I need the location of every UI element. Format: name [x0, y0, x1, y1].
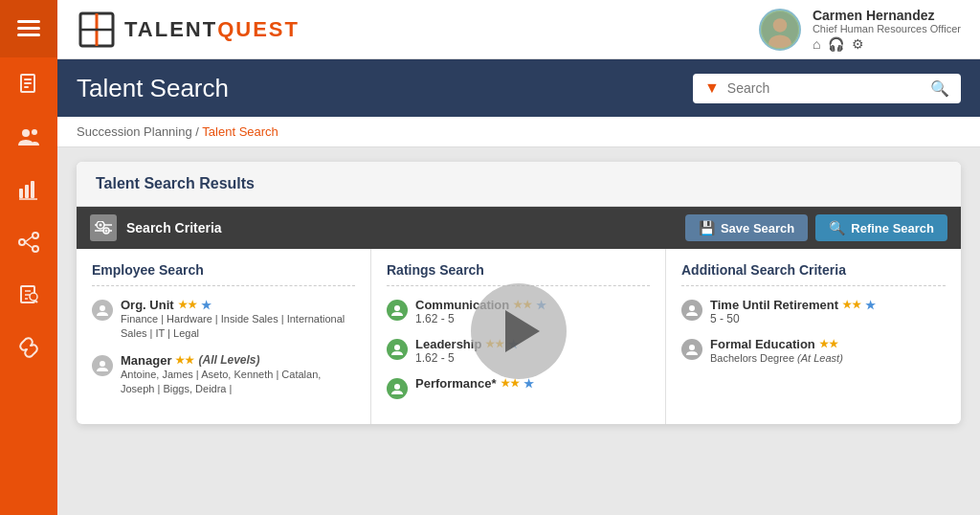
education-content: Formal Education ★★ Bachelors Degree (At… [710, 337, 946, 366]
search-input[interactable] [727, 80, 923, 96]
performance-stars: ★★ [501, 377, 520, 390]
svg-point-13 [19, 239, 25, 245]
leadership-text: Leadership [415, 337, 481, 351]
org-unit-icon [92, 300, 113, 321]
education-text: Formal Education [710, 337, 815, 351]
svg-rect-10 [25, 185, 29, 198]
retirement-stars: ★★ [842, 299, 861, 311]
user-info: Carmen Hernandez Chief Human Resources O… [813, 8, 961, 52]
criteria-icon [90, 214, 117, 241]
retirement-text: Time Until Retirement [710, 298, 838, 312]
avatar-image [761, 11, 799, 49]
communication-stars: ★★ [513, 299, 532, 311]
logo-text: TALENTQUEST [124, 17, 300, 42]
additional-search-column: Additional Search Criteria Time Until Re… [666, 249, 961, 424]
svg-rect-6 [24, 86, 29, 88]
svg-point-45 [689, 345, 695, 350]
sidebar-item-documents[interactable] [0, 57, 57, 110]
list-item: Performance* ★★ ★ [387, 376, 650, 399]
list-item: Communication ★★ ★ 1.62 - 5 [387, 298, 650, 325]
org-unit-blue-star: ★ [201, 299, 212, 312]
top-header: TALENTQUEST Carmen Hernandez Ch [57, 0, 980, 59]
logo-icon [77, 11, 117, 48]
sidebar-item-links[interactable] [0, 321, 57, 373]
svg-point-36 [105, 230, 108, 233]
education-stars: ★★ [819, 338, 838, 350]
page-header: Talent Search ▼ 🔍 [57, 59, 980, 117]
sidebar-item-tasks[interactable] [0, 268, 57, 321]
user-area: Carmen Hernandez Chief Human Resources O… [759, 8, 961, 52]
sidebar-item-people[interactable] [0, 110, 57, 163]
sidebar-menu-button[interactable] [0, 0, 57, 57]
manager-italic: (All Levels) [198, 353, 259, 367]
save-search-label: Save Search [721, 221, 794, 235]
ratings-search-title: Ratings Search [387, 262, 650, 286]
search-bar: ▼ 🔍 [693, 74, 961, 103]
list-item: Manager ★★ (All Levels) Antoine, James |… [92, 353, 355, 397]
communication-label: Communication ★★ ★ [415, 298, 650, 312]
retirement-content: Time Until Retirement ★★ ★ 5 - 50 [710, 298, 946, 325]
svg-line-16 [25, 236, 33, 242]
org-unit-stars: ★★ [178, 299, 197, 311]
user-name: Carmen Hernandez [813, 8, 961, 23]
list-item: Formal Education ★★ Bachelors Degree (At… [681, 337, 946, 366]
education-detail: Bachelors Degree (At Least) [710, 351, 946, 366]
svg-rect-1 [17, 27, 40, 30]
svg-point-15 [33, 246, 38, 252]
refine-search-label: Refine Search [851, 221, 934, 235]
svg-rect-11 [31, 181, 34, 198]
breadcrumb-current[interactable]: Talent Search [202, 124, 278, 139]
filter-icon: ▼ [704, 79, 720, 97]
svg-rect-0 [17, 20, 40, 23]
svg-point-42 [394, 345, 400, 350]
list-item: Time Until Retirement ★★ ★ 5 - 50 [681, 298, 946, 325]
save-search-button[interactable]: 💾 Save Search [685, 214, 808, 241]
user-title: Chief Human Resources Officer [813, 23, 961, 34]
org-unit-text: Org. Unit [121, 298, 174, 312]
leadership-icon [387, 339, 408, 360]
org-unit-content: Org. Unit ★★ ★ Finance | Hardware | Insi… [121, 298, 355, 342]
leadership-content: Leadership ★★ ★ 1.62 - 5 [415, 337, 650, 365]
communication-content: Communication ★★ ★ 1.62 - 5 [415, 298, 650, 325]
page-title: Talent Search [77, 74, 693, 103]
results-card: Talent Search Results [77, 162, 961, 424]
criteria-label: Search Criteria [126, 220, 676, 235]
search-icon[interactable]: 🔍 [930, 79, 949, 98]
svg-rect-2 [17, 34, 40, 36]
communication-range: 1.62 - 5 [415, 312, 650, 325]
education-label: Formal Education ★★ [710, 337, 946, 351]
communication-text: Communication [415, 298, 509, 312]
sidebar [0, 0, 57, 515]
manager-detail: Antoine, James | Aseto, Kenneth | Catala… [121, 368, 355, 397]
list-item: Org. Unit ★★ ★ Finance | Hardware | Insi… [92, 298, 355, 342]
criteria-buttons: 💾 Save Search 🔍 Refine Search [685, 214, 947, 241]
performance-label: Performance* ★★ ★ [415, 376, 650, 391]
svg-point-7 [22, 129, 30, 137]
breadcrumb: Succession Planning / Talent Search [57, 117, 980, 147]
content-area: Talent Search Results [57, 147, 980, 515]
search-columns: Employee Search Org. Unit ★★ ★ [77, 249, 961, 424]
logo-area: TALENTQUEST [77, 11, 300, 48]
manager-content: Manager ★★ (All Levels) Antoine, James |… [121, 353, 355, 397]
user-action-icons: ⌂ 🎧 ⚙ [813, 36, 961, 52]
home-icon[interactable]: ⌂ [813, 36, 820, 52]
employee-search-column: Employee Search Org. Unit ★★ ★ [77, 249, 371, 424]
svg-rect-9 [19, 189, 23, 198]
org-unit-label: Org. Unit ★★ ★ [121, 298, 355, 312]
criteria-bar: Search Criteria 💾 Save Search 🔍 Refine S… [77, 207, 961, 249]
headset-icon[interactable]: 🎧 [828, 36, 844, 52]
svg-point-43 [394, 384, 400, 390]
manager-label: Manager ★★ (All Levels) [121, 353, 355, 368]
svg-point-14 [33, 233, 38, 238]
refine-search-button[interactable]: 🔍 Refine Search [815, 214, 947, 241]
manager-icon [92, 355, 113, 376]
svg-rect-5 [24, 82, 32, 84]
performance-content: Performance* ★★ ★ [415, 376, 650, 391]
sidebar-item-workflow[interactable] [0, 215, 57, 268]
sidebar-item-analytics[interactable] [0, 163, 57, 215]
settings-icon[interactable]: ⚙ [852, 36, 864, 52]
communication-icon [387, 300, 408, 321]
employee-search-title: Employee Search [92, 262, 355, 286]
results-title: Talent Search Results [96, 175, 255, 191]
additional-search-title: Additional Search Criteria [681, 262, 946, 286]
